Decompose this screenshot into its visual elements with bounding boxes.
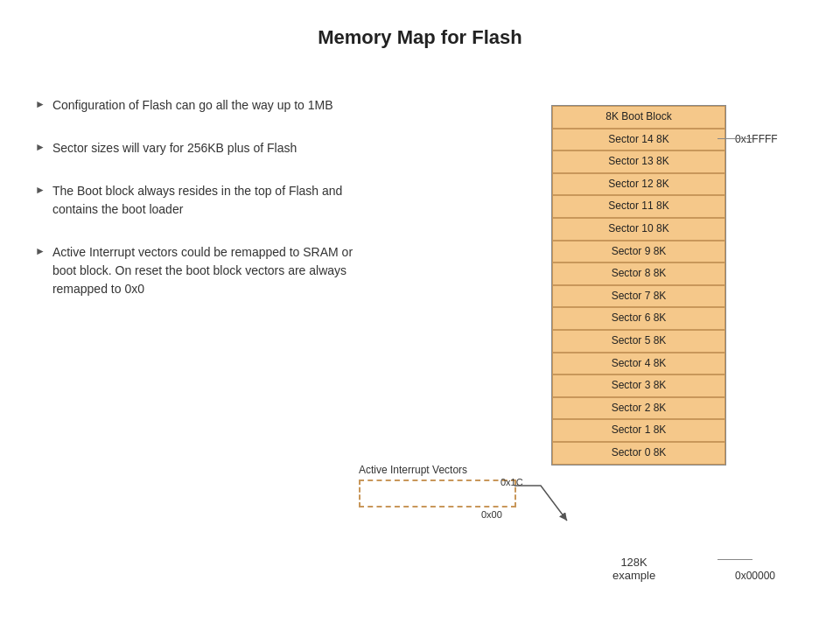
memory-sector-7: Sector 8 8K: [552, 262, 725, 285]
bullet-text-4: Active Interrupt vectors could be remapp…: [52, 243, 368, 298]
memory-sector-13: Sector 2 8K: [552, 397, 725, 420]
memory-sector-2: Sector 13 8K: [552, 150, 725, 173]
bottom-size-label: 128K example: [612, 556, 655, 582]
interrupt-vectors-label: Active Interrupt Vectors: [359, 464, 551, 476]
bullet-item-3: ► The Boot block always resides in the t…: [35, 182, 368, 219]
bullet-text-1: Configuration of Flash can go all the wa…: [52, 96, 333, 115]
bullet-item-4: ► Active Interrupt vectors could be rema…: [35, 243, 368, 298]
memory-map-diagram: 8K Boot BlockSector 14 8KSector 13 8KSec…: [542, 105, 752, 466]
memory-map-table: 8K Boot BlockSector 14 8KSector 13 8KSec…: [551, 105, 726, 466]
bullet-arrow-4: ►: [35, 245, 46, 257]
memory-sector-14: Sector 1 8K: [552, 419, 725, 442]
memory-sector-8: Sector 7 8K: [552, 285, 725, 308]
memory-sector-6: Sector 9 8K: [552, 241, 725, 263]
memory-sector-15: Sector 0 8K: [552, 442, 725, 465]
memory-sector-4: Sector 11 8K: [552, 195, 725, 218]
arrow-to-sector0: [514, 486, 558, 521]
memory-sector-5: Sector 10 8K: [552, 218, 725, 241]
interrupt-vectors-box: [359, 480, 516, 508]
memory-sector-10: Sector 5 8K: [552, 330, 725, 353]
memory-sector-1: Sector 14 8K: [552, 129, 725, 151]
bullet-item-1: ► Configuration of Flash can go all the …: [35, 96, 368, 115]
bullet-arrow-1: ►: [35, 98, 46, 110]
bullet-item-2: ► Sector sizes will vary for 256KB plus …: [35, 139, 368, 158]
left-content: ► Configuration of Flash can go all the …: [35, 96, 368, 323]
memory-sector-3: Sector 12 8K: [552, 173, 725, 196]
addr-0x00-label: 0x00: [481, 509, 502, 520]
bullet-text-3: The Boot block always resides in the top…: [52, 182, 368, 219]
memory-sector-9: Sector 6 8K: [552, 307, 725, 330]
memory-sector-11: Sector 4 8K: [552, 353, 725, 375]
memory-sector-0: 8K Boot Block: [552, 106, 725, 129]
page-title: Memory Map for Flash: [0, 0, 840, 58]
bullet-arrow-2: ►: [35, 141, 46, 153]
bottom-addr-line: [718, 559, 752, 560]
addr-top-label: 0x1FFFF: [735, 133, 840, 145]
addr-bottom-label: 0x00000: [735, 570, 840, 582]
top-addr-line: [718, 138, 752, 139]
memory-sector-12: Sector 3 8K: [552, 374, 725, 397]
bullet-text-2: Sector sizes will vary for 256KB plus of…: [52, 139, 297, 158]
bullet-arrow-3: ►: [35, 184, 46, 196]
